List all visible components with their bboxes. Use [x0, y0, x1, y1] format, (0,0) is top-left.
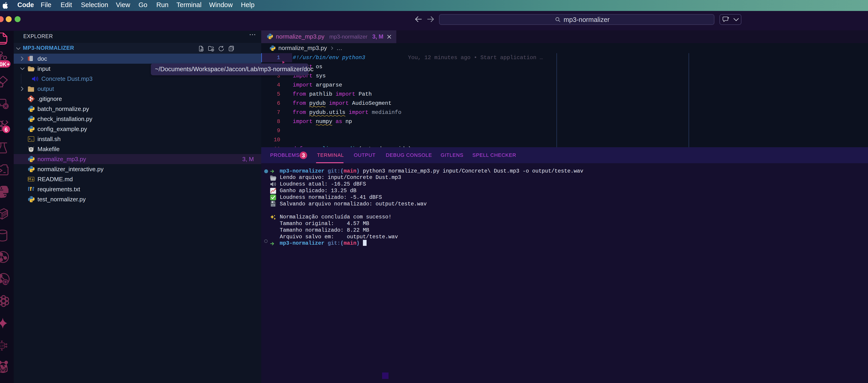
svg-text:LM: LM [0, 344, 4, 347]
